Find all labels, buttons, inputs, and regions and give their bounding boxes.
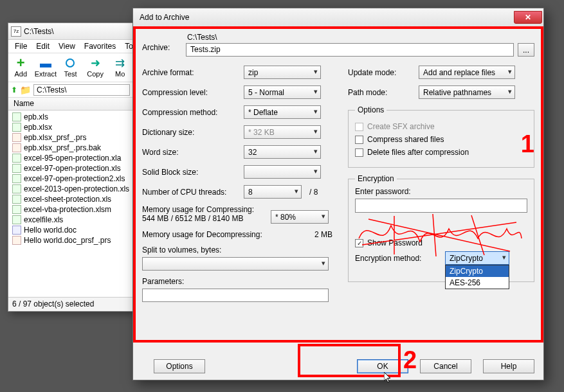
menu-file[interactable]: File [11, 41, 31, 51]
fm-titlebar: 7z C:\Tests\ [8, 23, 132, 40]
file-row[interactable]: excel-vba-protection.xlsm [8, 204, 132, 215]
file-icon [12, 133, 21, 142]
file-icon [12, 154, 21, 163]
file-row[interactable]: excel-97-open-protection.xls [8, 163, 132, 174]
file-name: Hello world.doc_prsf_.prs [24, 236, 111, 245]
file-name: epb.xlsx_prsf_.prs [24, 133, 86, 142]
folder-icon: 📁 [20, 85, 31, 95]
shared-checkbox[interactable]: Compress shared files [355, 135, 527, 144]
file-name: excel-vba-protection.xlsm [24, 205, 111, 214]
close-button[interactable]: ✕ [514, 11, 542, 24]
memc-label: Memory usage for Compressing: [142, 205, 271, 214]
menu-view[interactable]: View [55, 41, 79, 51]
advanced-options-button[interactable]: Options [154, 359, 205, 373]
tb-extract[interactable]: Extract [33, 55, 59, 80]
dict-combo[interactable]: * 32 KB [244, 125, 321, 139]
file-icon [12, 205, 21, 214]
archive-label: Archive: [142, 33, 186, 52]
mouse-cursor [384, 372, 392, 384]
menu-favorites[interactable]: Favorites [80, 41, 120, 51]
file-row[interactable]: excelfile.xls [8, 215, 132, 225]
pathmode-combo[interactable]: Relative pathnames [419, 85, 515, 99]
menu-edit[interactable]: Edit [32, 41, 53, 51]
statusbar: 6 / 97 object(s) selected [8, 297, 132, 311]
level-combo[interactable]: 5 - Normal [244, 85, 321, 99]
block-combo[interactable] [244, 165, 321, 179]
minus-icon [39, 56, 53, 70]
file-row[interactable]: epb.xlsx_prsf_.prs.bak [8, 143, 132, 153]
tb-move[interactable]: ⇉Mo [107, 55, 132, 80]
file-icon [12, 184, 21, 193]
delete-checkbox[interactable]: Delete files after compression [355, 148, 527, 157]
file-icon [12, 215, 21, 224]
fm-pathbar: ⬆ 📁 C:\Tests\ [8, 82, 132, 98]
param-input[interactable] [142, 289, 329, 302]
file-icon [12, 164, 21, 173]
memc-combo[interactable]: * 80% [271, 210, 329, 224]
file-row[interactable]: epb.xlsx [8, 122, 132, 132]
double-arrow-icon: ⇉ [113, 56, 127, 70]
word-combo[interactable]: 32 [244, 145, 321, 159]
fm-title: C:\Tests\ [24, 27, 54, 36]
fm-menubar: File Edit View Favorites To [8, 40, 132, 53]
tb-copy[interactable]: ➜Copy [83, 55, 108, 80]
split-combo[interactable] [142, 257, 329, 271]
file-icon [12, 226, 21, 235]
file-row[interactable]: excel-sheet-protection.xls [8, 194, 132, 204]
help-button[interactable]: Help [483, 359, 534, 373]
file-icon [12, 123, 21, 132]
annotation-1: 1 [521, 130, 534, 158]
file-row[interactable]: epb.xls [8, 112, 132, 122]
method-combo[interactable]: * Deflate [244, 105, 321, 119]
param-label: Parameters: [142, 277, 184, 286]
format-combo[interactable]: zip [244, 66, 321, 79]
annotation-2: 2 [403, 346, 417, 374]
browse-button[interactable]: ... [518, 43, 534, 57]
test-icon [63, 56, 77, 70]
password-input[interactable] [355, 199, 527, 213]
update-label: Update mode: [348, 68, 419, 77]
options-group: Options Create SFX archive Compress shar… [348, 105, 534, 168]
file-name: excelfile.xls [24, 215, 63, 224]
file-name: epb.xlsx [24, 123, 52, 132]
tb-test[interactable]: Test [58, 55, 83, 80]
file-icon [12, 143, 21, 152]
update-combo[interactable]: Add and replace files [419, 66, 515, 79]
enc-option-aes256[interactable]: AES-256 [446, 277, 509, 289]
list-header-name[interactable]: Name [8, 98, 132, 111]
enter-password-label: Enter password: [355, 187, 527, 196]
archive-name-input[interactable]: Tests.zip [186, 43, 514, 57]
archive-dir: C:\Tests\ [186, 33, 534, 43]
file-row[interactable]: epb.xlsx_prsf_.prs [8, 132, 132, 143]
app-icon: 7z [11, 26, 21, 37]
file-list: epb.xlsepb.xlsxepb.xlsx_prsf_.prsepb.xls… [8, 111, 132, 247]
word-label: Word size: [142, 148, 244, 157]
up-icon[interactable]: ⬆ [11, 85, 17, 94]
fm-toolbar: +Add Extract Test ➜Copy ⇉Mo [8, 53, 132, 82]
enc-method-combo[interactable]: ZipCrypto [445, 251, 509, 265]
cpu-combo[interactable]: 8 [244, 185, 302, 199]
file-row[interactable]: Hello world.doc_prsf_.prs [8, 235, 132, 245]
file-row[interactable]: Hello world.doc [8, 225, 132, 235]
cancel-button[interactable]: Cancel [420, 359, 471, 373]
format-label: Archive format: [142, 68, 244, 77]
file-row[interactable]: excel-2013-open-protection.xls [8, 184, 132, 194]
tb-add[interactable]: +Add [8, 55, 33, 80]
arrow-right-icon: ➜ [88, 56, 102, 70]
file-name: Hello world.doc [24, 226, 77, 235]
file-name: excel-97-open-protection2.xls [24, 174, 125, 183]
file-name: epb.xls [24, 112, 48, 121]
show-password-checkbox[interactable]: ✓Show Password [355, 238, 527, 247]
dialog-titlebar: Add to Archive ✕ [133, 8, 543, 26]
file-row[interactable]: excel-97-open-protection2.xls [8, 174, 132, 184]
cpu-max: / 8 [309, 188, 318, 197]
file-row[interactable]: excel-95-open-protection.xla [8, 153, 132, 163]
file-name: excel-2013-open-protection.xls [24, 184, 129, 193]
ok-button[interactable]: OK [357, 359, 408, 373]
enc-option-zipcrypto[interactable]: ZipCrypto [446, 265, 509, 277]
cpu-label: Number of CPU threads: [142, 188, 244, 197]
memc-text: 544 MB / 6512 MB / 8140 MB [142, 214, 271, 223]
path-input[interactable]: C:\Tests\ [33, 84, 130, 96]
memd-label: Memory usage for Decompressing: [142, 230, 277, 239]
file-name: excel-97-open-protection.xls [24, 164, 121, 173]
